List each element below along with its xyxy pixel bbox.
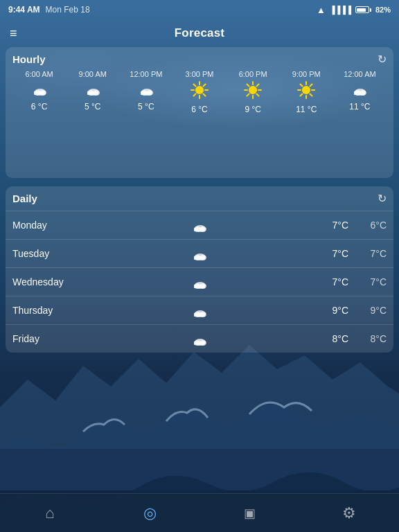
daily-high-3: 9°C	[310, 305, 348, 316]
svg-rect-54	[194, 285, 205, 288]
daily-label: Daily	[12, 193, 37, 204]
hourly-col-0: 6:00 AM 6 °C	[12, 70, 66, 114]
daily-header: Daily ↻	[6, 186, 393, 211]
cloud-moon-icon	[137, 81, 155, 99]
status-right: ▲ ▐▐▐▐ 82%	[317, 5, 391, 15]
hourly-time-6: 12:00 AM	[344, 70, 375, 78]
cloud-moon-icon	[30, 81, 48, 99]
daily-icon-4	[89, 331, 310, 346]
sun-icon	[244, 81, 262, 102]
hourly-temp-2: 5 °C	[138, 102, 154, 112]
hourly-time-3: 3:00 PM	[186, 70, 214, 78]
daily-low-0: 6°C	[348, 220, 387, 231]
svg-rect-42	[354, 91, 365, 95]
sun-icon	[297, 81, 315, 102]
hourly-time-5: 9:00 PM	[292, 70, 321, 78]
daily-section: Daily ↻ Monday 7°C6°CTuesday 7°C7°CWedne…	[6, 186, 393, 353]
hourly-col-6: 12:00 AM 11 °C	[333, 70, 387, 114]
svg-rect-50	[194, 256, 205, 260]
hourly-col-3: 3:00 PM 6 °C	[172, 70, 226, 114]
tab-forecast[interactable]: ◎	[129, 498, 170, 529]
hourly-temp-6: 11 °C	[349, 102, 370, 112]
daily-day-0: Monday	[12, 220, 89, 231]
hourly-section: Hourly ↻ 6:00 AM 6 °C9:00 AM 5 °C12:00 P…	[6, 47, 393, 178]
svg-line-37	[310, 85, 312, 87]
daily-row-3: Thursday 9°C9°C	[6, 296, 393, 324]
main-content: Hourly ↻ 6:00 AM 6 °C9:00 AM 5 °C12:00 P…	[0, 47, 399, 353]
svg-line-26	[247, 85, 249, 87]
app-header: ≡ Forecast	[0, 19, 399, 47]
daily-low-3: 9°C	[348, 305, 387, 316]
svg-rect-3	[34, 91, 45, 95]
home-icon: ⌂	[45, 504, 54, 522]
daily-day-3: Thursday	[12, 305, 89, 316]
clock-icon: ◎	[143, 504, 157, 522]
hourly-refresh-button[interactable]: ↻	[378, 53, 387, 66]
signal-icon: ▐▐▐▐	[330, 6, 351, 14]
daily-low-2: 7°C	[348, 276, 387, 287]
hourly-col-2: 12:00 PM 5 °C	[119, 70, 172, 114]
daily-day-2: Wednesday	[12, 276, 89, 287]
svg-line-28	[257, 85, 259, 87]
map-icon: ▣	[244, 506, 256, 521]
hourly-col-5: 9:00 PM 11 °C	[280, 70, 333, 114]
daily-high-0: 7°C	[310, 220, 348, 231]
svg-line-29	[247, 94, 249, 96]
svg-line-38	[301, 94, 303, 96]
hourly-time-2: 12:00 PM	[130, 70, 162, 78]
daily-high-2: 7°C	[310, 276, 348, 287]
gear-icon: ⚙	[342, 504, 356, 522]
status-left: 9:44 AM Mon Feb 18	[8, 5, 90, 15]
battery-tip	[370, 8, 371, 12]
svg-line-18	[203, 94, 205, 96]
hourly-time-1: 9:00 AM	[79, 70, 107, 78]
daily-row-2: Wednesday 7°C7°C	[6, 267, 393, 296]
daily-row-4: Friday 8°C8°C	[6, 324, 393, 353]
daily-rows: Monday 7°C6°CTuesday 7°C7°CWednesday 7°C…	[6, 211, 393, 353]
svg-rect-46	[194, 228, 205, 231]
daily-low-1: 7°C	[348, 248, 387, 259]
svg-rect-58	[194, 313, 205, 317]
cloud-moon-icon	[351, 81, 369, 99]
tab-home[interactable]: ⌂	[29, 498, 71, 529]
menu-button[interactable]: ≡	[10, 26, 17, 41]
hourly-time-4: 6:00 PM	[239, 70, 267, 78]
svg-line-36	[310, 94, 312, 96]
hourly-grid: 6:00 AM 6 °C9:00 AM 5 °C12:00 PM 5 °C3:0…	[12, 70, 387, 114]
hourly-time-0: 6:00 AM	[25, 70, 53, 78]
svg-point-30	[302, 86, 310, 94]
status-date: Mon Feb 18	[46, 5, 90, 15]
tab-map[interactable]: ▣	[229, 498, 270, 529]
daily-row-1: Tuesday 7°C7°C	[6, 239, 393, 267]
sun-icon	[190, 81, 209, 102]
daily-row-0: Monday 7°C6°C	[6, 211, 393, 239]
battery-percent: 82%	[375, 6, 391, 14]
hourly-label: Hourly	[12, 53, 46, 65]
status-time: 9:44 AM	[8, 5, 40, 15]
daily-icon-1	[89, 246, 310, 261]
wifi-icon: ▲	[317, 5, 326, 15]
daily-low-4: 8°C	[348, 333, 387, 344]
daily-icon-0	[89, 218, 310, 233]
battery-fill	[357, 8, 365, 12]
battery-indicator	[355, 6, 371, 13]
svg-rect-7	[87, 91, 98, 95]
svg-rect-62	[194, 342, 205, 345]
hourly-col-1: 9:00 AM 5 °C	[66, 70, 119, 114]
svg-line-19	[203, 85, 205, 87]
daily-refresh-button[interactable]: ↻	[378, 192, 387, 205]
svg-line-17	[193, 85, 195, 87]
hourly-map-area	[12, 114, 387, 170]
hourly-header: Hourly ↻	[12, 53, 387, 66]
svg-line-20	[193, 94, 195, 96]
daily-high-1: 7°C	[310, 248, 348, 259]
tab-settings[interactable]: ⚙	[328, 498, 370, 529]
daily-day-4: Friday	[12, 333, 89, 344]
hourly-temp-3: 6 °C	[191, 105, 207, 114]
svg-point-21	[249, 86, 257, 94]
page-title: Forecast	[175, 26, 224, 40]
daily-high-4: 8°C	[310, 333, 348, 344]
status-bar: 9:44 AM Mon Feb 18 ▲ ▐▐▐▐ 82%	[0, 0, 399, 19]
hourly-temp-5: 11 °C	[296, 105, 317, 114]
cloud-moon-icon	[84, 81, 102, 99]
